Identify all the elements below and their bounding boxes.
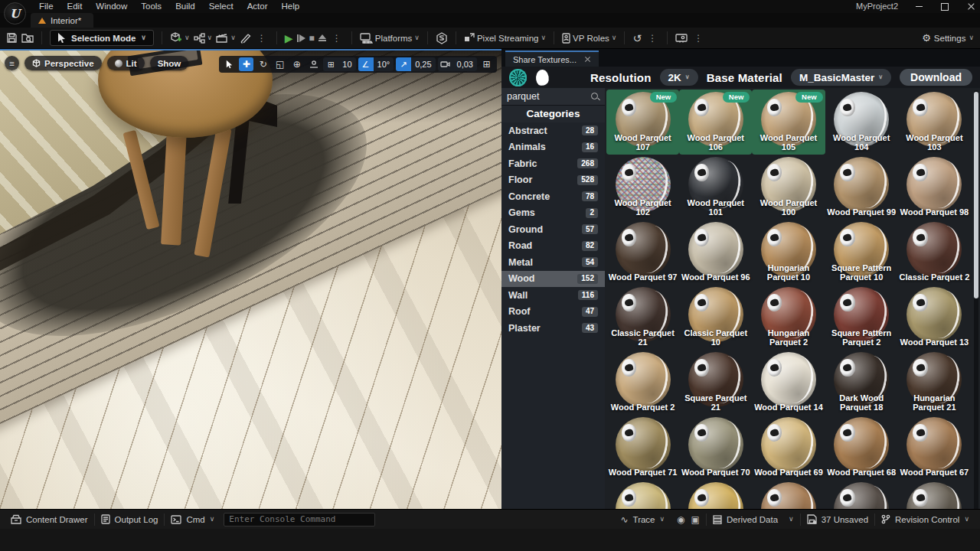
- share-textures-tab[interactable]: Share Textures...: [505, 51, 599, 67]
- texture-card[interactable]: [679, 480, 752, 509]
- camera-speed-value[interactable]: 0,03: [453, 60, 477, 69]
- texture-card[interactable]: New Wood Parquet 107: [606, 90, 679, 155]
- virtual-camera-options-icon[interactable]: ⋮: [691, 33, 705, 44]
- texture-card[interactable]: Wood Parquet 102: [606, 155, 679, 220]
- snapshot-icon[interactable]: ▣: [691, 510, 706, 530]
- search-input[interactable]: parquet: [507, 91, 590, 102]
- frame-skip-button[interactable]: [297, 34, 305, 42]
- texture-card[interactable]: Classic Parquet 2: [898, 220, 971, 285]
- category-item-wall[interactable]: Wall 116: [501, 287, 605, 304]
- derived-data-dropdown[interactable]: Derived Data ∨: [707, 510, 800, 530]
- close-button[interactable]: [966, 2, 975, 11]
- live-link-icon[interactable]: ↺: [632, 32, 642, 44]
- texture-card[interactable]: Wood Parquet 13: [898, 285, 971, 350]
- lit-dropdown[interactable]: Lit: [107, 56, 145, 70]
- menu-file[interactable]: File: [32, 0, 60, 13]
- editor-modes-icon[interactable]: [240, 33, 251, 44]
- texture-search-field[interactable]: parquet: [501, 88, 605, 106]
- zen-hexagon-icon[interactable]: [436, 32, 448, 44]
- texture-card[interactable]: Wood Parquet 96: [679, 220, 752, 285]
- texture-card[interactable]: Square Pattern Parquet 10: [825, 220, 898, 285]
- texture-card[interactable]: Classic Parquet 10: [679, 285, 752, 350]
- texture-card[interactable]: Square Pattern Parquet 2: [825, 285, 898, 350]
- minimize-button[interactable]: [914, 2, 923, 11]
- selection-mode-dropdown[interactable]: Selection Mode ∨: [50, 30, 154, 46]
- 3d-viewport[interactable]: ≡ Perspective Lit Show ✚ ↻ ◱ ⊕: [0, 49, 501, 509]
- move-tool[interactable]: ✚: [239, 57, 253, 71]
- category-item-floor[interactable]: Floor 528: [501, 172, 605, 189]
- content-drawer-button[interactable]: Content Drawer: [5, 510, 94, 530]
- settings-dropdown[interactable]: ⚙ Settings ∨: [922, 32, 974, 44]
- show-dropdown[interactable]: Show: [150, 56, 189, 70]
- coordinate-system-button[interactable]: ⊕: [289, 57, 304, 71]
- grid-snap-icon[interactable]: ⊞: [323, 57, 338, 71]
- cmd-dropdown[interactable]: Cmd ∨: [165, 510, 220, 530]
- scrollbar-thumb[interactable]: [974, 92, 978, 298]
- scale-snap-value[interactable]: 0,25: [411, 60, 435, 69]
- toolbar-overflow-icon[interactable]: ⋮: [255, 33, 269, 44]
- camera-speed-icon[interactable]: [438, 57, 453, 71]
- category-item-abstract[interactable]: Abstract 28: [501, 122, 605, 139]
- texture-card[interactable]: Square Parquet 21: [679, 350, 752, 415]
- category-item-roof[interactable]: Roof 47: [501, 304, 605, 321]
- rotate-tool[interactable]: ↻: [256, 57, 270, 71]
- texture-card[interactable]: Wood Parquet 69: [752, 415, 825, 480]
- trace-record-icon[interactable]: ◉: [671, 510, 691, 530]
- menu-help[interactable]: Help: [275, 0, 307, 13]
- category-item-fabric[interactable]: Fabric 268: [501, 155, 605, 172]
- texture-card[interactable]: Wood Parquet 100: [752, 155, 825, 220]
- console-command-input[interactable]: [224, 513, 375, 527]
- texture-card[interactable]: Wood Parquet 70: [679, 415, 752, 480]
- menu-select[interactable]: Select: [202, 0, 240, 13]
- texture-card[interactable]: Wood Parquet 101: [679, 155, 752, 220]
- revision-control-dropdown[interactable]: Revision Control ∨: [875, 510, 975, 530]
- grid-snap-value[interactable]: 10: [338, 60, 355, 69]
- scale-tool[interactable]: ◱: [273, 57, 287, 71]
- texture-card[interactable]: Hungarian Parquet 21: [898, 350, 971, 415]
- menu-window[interactable]: Window: [89, 0, 134, 13]
- texture-card[interactable]: Classic Parquet 21: [606, 285, 679, 350]
- perspective-dropdown[interactable]: Perspective: [24, 56, 102, 70]
- texture-card[interactable]: Wood Parquet 67: [898, 415, 971, 480]
- texture-card[interactable]: Wood Parquet 2: [606, 350, 679, 415]
- category-item-wood[interactable]: Wood 152: [501, 271, 605, 288]
- menu-edit[interactable]: Edit: [60, 0, 90, 13]
- texture-card[interactable]: New Wood Parquet 105: [752, 90, 825, 155]
- viewport-menu-button[interactable]: ≡: [5, 56, 19, 70]
- eject-button[interactable]: [318, 34, 326, 42]
- texture-card[interactable]: [898, 480, 971, 509]
- live-link-options-icon[interactable]: ⋮: [645, 33, 659, 44]
- category-item-road[interactable]: Road 82: [501, 238, 605, 255]
- resolution-dropdown[interactable]: 2K ∨: [660, 69, 698, 86]
- level-tab-interior[interactable]: Interior*: [31, 13, 93, 28]
- scale-snap-icon[interactable]: ↗: [396, 57, 411, 71]
- pixel-streaming-dropdown[interactable]: Pixel Streaming ∨: [464, 33, 546, 43]
- texture-card[interactable]: New Wood Parquet 106: [679, 90, 752, 155]
- menu-actor[interactable]: Actor: [240, 0, 275, 13]
- rotation-snap-icon[interactable]: ∠: [358, 57, 374, 71]
- texture-card[interactable]: Wood Parquet 14: [752, 350, 825, 415]
- category-item-concrete[interactable]: Concrete 78: [501, 188, 605, 205]
- play-button[interactable]: ▶: [285, 33, 293, 44]
- category-item-animals[interactable]: Animals 16: [501, 139, 605, 156]
- rotation-snap-value[interactable]: 10°: [374, 60, 394, 69]
- texture-card[interactable]: Wood Parquet 98: [898, 155, 971, 220]
- texture-card[interactable]: Wood Parquet 103: [898, 90, 971, 155]
- stop-button[interactable]: ■: [309, 34, 315, 43]
- blueprints-button[interactable]: ∨: [194, 33, 213, 44]
- texture-card[interactable]: Wood Parquet 97: [606, 220, 679, 285]
- category-item-metal[interactable]: Metal 54: [501, 254, 605, 271]
- texture-card[interactable]: Wood Parquet 68: [825, 415, 898, 480]
- texture-card[interactable]: [752, 480, 825, 509]
- texture-card[interactable]: Wood Parquet 99: [825, 155, 898, 220]
- base-material-dropdown[interactable]: M_BasicMaster ∨: [791, 69, 891, 86]
- texture-card[interactable]: [606, 480, 679, 509]
- virtual-camera-icon[interactable]: [675, 33, 688, 43]
- menu-tools[interactable]: Tools: [134, 0, 168, 13]
- sharetextures-logo-icon[interactable]: [509, 69, 527, 86]
- select-tool[interactable]: [222, 57, 237, 71]
- trace-dropdown[interactable]: ∿ Trace ∨: [614, 510, 671, 530]
- quick-add-button[interactable]: ∨: [170, 32, 190, 44]
- texture-card[interactable]: Dark Wood Parquet 18: [825, 350, 898, 415]
- maximize-viewport-button[interactable]: ⊞: [479, 57, 494, 71]
